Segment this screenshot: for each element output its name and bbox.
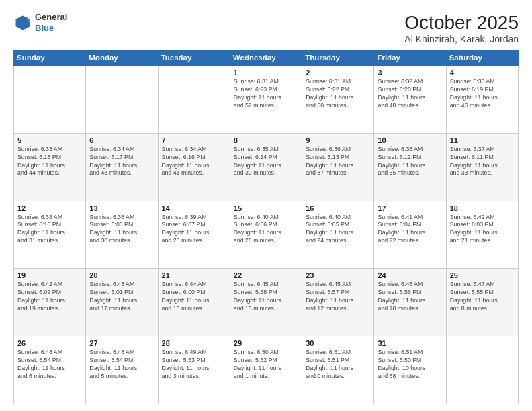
column-header-saturday: Saturday: [446, 50, 518, 66]
calendar-table: SundayMondayTuesdayWednesdayThursdayFrid…: [13, 50, 519, 404]
day-number: 12: [17, 204, 82, 212]
calendar-cell: 15Sunrise: 6:40 AM Sunset: 6:06 PM Dayli…: [230, 201, 302, 269]
day-info: Sunrise: 6:49 AM Sunset: 5:53 PM Dayligh…: [162, 349, 226, 381]
column-header-tuesday: Tuesday: [158, 50, 230, 66]
calendar-cell: [446, 336, 518, 404]
day-number: 25: [450, 271, 515, 279]
day-info: Sunrise: 6:36 AM Sunset: 6:12 PM Dayligh…: [378, 146, 442, 178]
logo-general: General: [35, 12, 67, 23]
calendar-cell: 28Sunrise: 6:49 AM Sunset: 5:53 PM Dayli…: [158, 336, 230, 404]
day-info: Sunrise: 6:47 AM Sunset: 5:55 PM Dayligh…: [450, 281, 515, 313]
day-number: 10: [378, 136, 442, 144]
logo-icon: [13, 13, 32, 32]
calendar-week-row: 12Sunrise: 6:38 AM Sunset: 6:10 PM Dayli…: [14, 201, 519, 269]
day-number: 22: [234, 271, 298, 279]
calendar-cell: 20Sunrise: 6:43 AM Sunset: 6:01 PM Dayli…: [86, 269, 158, 336]
day-number: 26: [17, 339, 82, 347]
day-number: 23: [306, 271, 370, 279]
day-number: 21: [162, 271, 226, 279]
calendar-cell: 2Sunrise: 6:31 AM Sunset: 6:22 PM Daylig…: [302, 66, 374, 134]
day-info: Sunrise: 6:38 AM Sunset: 6:10 PM Dayligh…: [17, 214, 82, 246]
day-number: 16: [306, 204, 370, 212]
day-number: 8: [234, 136, 298, 144]
calendar-cell: 8Sunrise: 6:35 AM Sunset: 6:14 PM Daylig…: [230, 133, 302, 201]
day-number: 29: [234, 339, 298, 347]
calendar-header-row: SundayMondayTuesdayWednesdayThursdayFrid…: [14, 50, 519, 66]
calendar-title: October 2025: [404, 12, 519, 34]
day-number: 31: [378, 339, 442, 347]
day-number: 28: [162, 339, 226, 347]
calendar-cell: 18Sunrise: 6:42 AM Sunset: 6:03 PM Dayli…: [446, 201, 518, 269]
day-info: Sunrise: 6:33 AM Sunset: 6:19 PM Dayligh…: [450, 78, 515, 110]
calendar-cell: 7Sunrise: 6:34 AM Sunset: 6:16 PM Daylig…: [158, 133, 230, 201]
day-number: 6: [89, 136, 154, 144]
calendar-cell: 11Sunrise: 6:37 AM Sunset: 6:11 PM Dayli…: [446, 133, 518, 201]
day-number: 2: [306, 68, 370, 77]
calendar-subtitle: Al Khinzirah, Karak, Jordan: [404, 34, 519, 44]
calendar-week-row: 19Sunrise: 6:42 AM Sunset: 6:02 PM Dayli…: [14, 269, 519, 336]
day-info: Sunrise: 6:40 AM Sunset: 6:06 PM Dayligh…: [234, 214, 298, 246]
calendar-cell: 30Sunrise: 6:51 AM Sunset: 5:51 PM Dayli…: [302, 336, 374, 404]
day-info: Sunrise: 6:38 AM Sunset: 6:08 PM Dayligh…: [89, 214, 154, 246]
calendar-cell: 29Sunrise: 6:50 AM Sunset: 5:52 PM Dayli…: [230, 336, 302, 404]
calendar-cell: [158, 66, 230, 134]
calendar-cell: 22Sunrise: 6:45 AM Sunset: 5:58 PM Dayli…: [230, 269, 302, 336]
calendar-cell: 24Sunrise: 6:46 AM Sunset: 5:56 PM Dayli…: [374, 269, 446, 336]
calendar-cell: 23Sunrise: 6:45 AM Sunset: 5:57 PM Dayli…: [302, 269, 374, 336]
logo-text: General Blue: [35, 12, 67, 33]
day-info: Sunrise: 6:42 AM Sunset: 6:02 PM Dayligh…: [17, 281, 82, 313]
day-info: Sunrise: 6:39 AM Sunset: 6:07 PM Dayligh…: [162, 214, 226, 246]
calendar-cell: 10Sunrise: 6:36 AM Sunset: 6:12 PM Dayli…: [374, 133, 446, 201]
calendar-cell: 16Sunrise: 6:40 AM Sunset: 6:05 PM Dayli…: [302, 201, 374, 269]
day-number: 14: [162, 204, 226, 212]
day-number: 5: [17, 136, 82, 144]
day-number: 13: [89, 204, 154, 212]
day-number: 4: [450, 68, 515, 77]
day-number: 19: [17, 271, 82, 279]
calendar-cell: 26Sunrise: 6:48 AM Sunset: 5:54 PM Dayli…: [14, 336, 86, 404]
day-info: Sunrise: 6:34 AM Sunset: 6:16 PM Dayligh…: [162, 146, 226, 178]
day-number: 1: [234, 68, 298, 77]
calendar-cell: 19Sunrise: 6:42 AM Sunset: 6:02 PM Dayli…: [14, 269, 86, 336]
day-info: Sunrise: 6:37 AM Sunset: 6:11 PM Dayligh…: [450, 146, 515, 178]
day-info: Sunrise: 6:51 AM Sunset: 5:50 PM Dayligh…: [378, 349, 442, 381]
calendar-cell: 21Sunrise: 6:44 AM Sunset: 6:00 PM Dayli…: [158, 269, 230, 336]
day-info: Sunrise: 6:35 AM Sunset: 6:14 PM Dayligh…: [234, 146, 298, 178]
calendar-cell: 6Sunrise: 6:34 AM Sunset: 6:17 PM Daylig…: [86, 133, 158, 201]
calendar-cell: 3Sunrise: 6:32 AM Sunset: 6:20 PM Daylig…: [374, 66, 446, 134]
calendar-cell: 31Sunrise: 6:51 AM Sunset: 5:50 PM Dayli…: [374, 336, 446, 404]
day-info: Sunrise: 6:48 AM Sunset: 5:54 PM Dayligh…: [17, 349, 82, 381]
calendar-cell: 27Sunrise: 6:48 AM Sunset: 5:54 PM Dayli…: [86, 336, 158, 404]
day-number: 24: [378, 271, 442, 279]
header: General Blue October 2025 Al Khinzirah, …: [13, 12, 519, 44]
calendar-cell: 4Sunrise: 6:33 AM Sunset: 6:19 PM Daylig…: [446, 66, 518, 134]
day-info: Sunrise: 6:31 AM Sunset: 6:22 PM Dayligh…: [306, 78, 370, 110]
day-info: Sunrise: 6:41 AM Sunset: 6:04 PM Dayligh…: [378, 214, 442, 246]
day-info: Sunrise: 6:48 AM Sunset: 5:54 PM Dayligh…: [89, 349, 154, 381]
day-number: 7: [162, 136, 226, 144]
page: General Blue October 2025 Al Khinzirah, …: [0, 0, 532, 411]
day-info: Sunrise: 6:43 AM Sunset: 6:01 PM Dayligh…: [89, 281, 154, 313]
calendar-cell: 14Sunrise: 6:39 AM Sunset: 6:07 PM Dayli…: [158, 201, 230, 269]
calendar-cell: 5Sunrise: 6:33 AM Sunset: 6:18 PM Daylig…: [14, 133, 86, 201]
calendar-cell: 12Sunrise: 6:38 AM Sunset: 6:10 PM Dayli…: [14, 201, 86, 269]
logo-blue: Blue: [35, 23, 67, 34]
calendar-week-row: 1Sunrise: 6:31 AM Sunset: 6:23 PM Daylig…: [14, 66, 519, 134]
day-info: Sunrise: 6:33 AM Sunset: 6:18 PM Dayligh…: [17, 146, 82, 178]
day-info: Sunrise: 6:31 AM Sunset: 6:23 PM Dayligh…: [234, 78, 298, 110]
day-info: Sunrise: 6:42 AM Sunset: 6:03 PM Dayligh…: [450, 214, 515, 246]
calendar-cell: [14, 66, 86, 134]
day-number: 11: [450, 136, 515, 144]
day-number: 20: [89, 271, 154, 279]
day-number: 18: [450, 204, 515, 212]
day-number: 15: [234, 204, 298, 212]
day-info: Sunrise: 6:45 AM Sunset: 5:58 PM Dayligh…: [234, 281, 298, 313]
calendar-cell: 13Sunrise: 6:38 AM Sunset: 6:08 PM Dayli…: [86, 201, 158, 269]
day-info: Sunrise: 6:34 AM Sunset: 6:17 PM Dayligh…: [89, 146, 154, 178]
calendar-cell: 9Sunrise: 6:36 AM Sunset: 6:13 PM Daylig…: [302, 133, 374, 201]
day-number: 9: [306, 136, 370, 144]
column-header-friday: Friday: [374, 50, 446, 66]
day-info: Sunrise: 6:51 AM Sunset: 5:51 PM Dayligh…: [306, 349, 370, 381]
title-block: October 2025 Al Khinzirah, Karak, Jordan: [404, 12, 519, 44]
day-info: Sunrise: 6:50 AM Sunset: 5:52 PM Dayligh…: [234, 349, 298, 381]
